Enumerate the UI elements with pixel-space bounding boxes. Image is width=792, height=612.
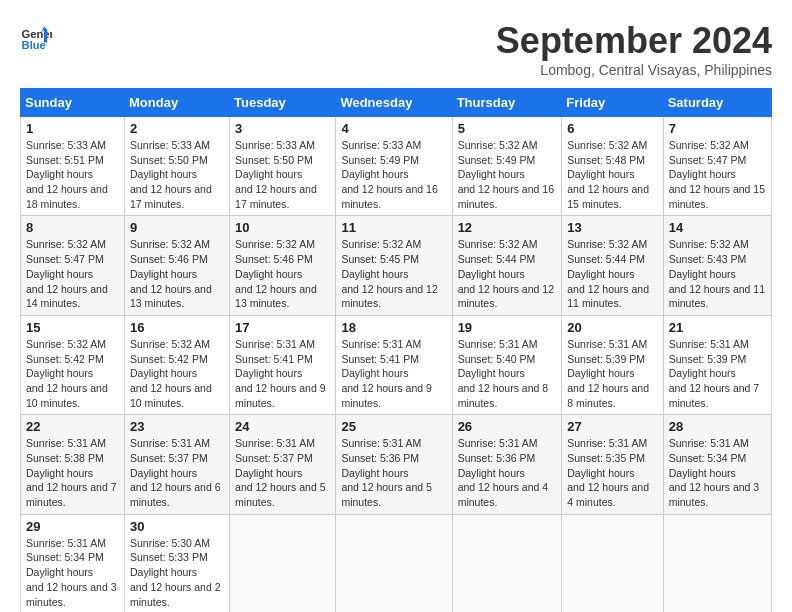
day-9: 9 Sunrise: 5:32 AMSunset: 5:46 PMDayligh… (125, 216, 230, 315)
title-block: September 2024 Lombog, Central Visayas, … (496, 20, 772, 78)
week-row-1: 1 Sunrise: 5:33 AMSunset: 5:51 PMDayligh… (21, 117, 772, 216)
day-number: 2 (130, 121, 224, 136)
day-info: Sunrise: 5:31 AMSunset: 5:36 PMDaylight … (341, 436, 446, 509)
day-info: Sunrise: 5:31 AMSunset: 5:37 PMDaylight … (130, 436, 224, 509)
week-row-2: 8 Sunrise: 5:32 AMSunset: 5:47 PMDayligh… (21, 216, 772, 315)
day-number: 22 (26, 419, 119, 434)
day-info: Sunrise: 5:32 AMSunset: 5:46 PMDaylight … (130, 237, 224, 310)
day-25: 25 Sunrise: 5:31 AMSunset: 5:36 PMDaylig… (336, 415, 452, 514)
day-number: 9 (130, 220, 224, 235)
week-row-4: 22 Sunrise: 5:31 AMSunset: 5:38 PMDaylig… (21, 415, 772, 514)
day-14: 14 Sunrise: 5:32 AMSunset: 5:43 PMDaylig… (663, 216, 771, 315)
day-number: 14 (669, 220, 766, 235)
day-info: Sunrise: 5:32 AMSunset: 5:42 PMDaylight … (26, 337, 119, 410)
day-number: 23 (130, 419, 224, 434)
logo-icon: General Blue (20, 20, 52, 52)
day-number: 19 (458, 320, 557, 335)
empty-cell (336, 514, 452, 612)
day-info: Sunrise: 5:32 AMSunset: 5:45 PMDaylight … (341, 237, 446, 310)
day-7: 7 Sunrise: 5:32 AMSunset: 5:47 PMDayligh… (663, 117, 771, 216)
day-info: Sunrise: 5:31 AMSunset: 5:39 PMDaylight … (567, 337, 657, 410)
day-info: Sunrise: 5:32 AMSunset: 5:44 PMDaylight … (567, 237, 657, 310)
day-info: Sunrise: 5:30 AMSunset: 5:33 PMDaylight … (130, 536, 224, 609)
day-15: 15 Sunrise: 5:32 AMSunset: 5:42 PMDaylig… (21, 315, 125, 414)
day-info: Sunrise: 5:32 AMSunset: 5:48 PMDaylight … (567, 138, 657, 211)
day-number: 27 (567, 419, 657, 434)
day-11: 11 Sunrise: 5:32 AMSunset: 5:45 PMDaylig… (336, 216, 452, 315)
col-saturday: Saturday (663, 89, 771, 117)
day-30: 30 Sunrise: 5:30 AMSunset: 5:33 PMDaylig… (125, 514, 230, 612)
day-3: 3 Sunrise: 5:33 AMSunset: 5:50 PMDayligh… (230, 117, 336, 216)
col-thursday: Thursday (452, 89, 562, 117)
col-monday: Monday (125, 89, 230, 117)
day-number: 8 (26, 220, 119, 235)
day-number: 10 (235, 220, 330, 235)
location: Lombog, Central Visayas, Philippines (496, 62, 772, 78)
day-number: 24 (235, 419, 330, 434)
day-8: 8 Sunrise: 5:32 AMSunset: 5:47 PMDayligh… (21, 216, 125, 315)
day-18: 18 Sunrise: 5:31 AMSunset: 5:41 PMDaylig… (336, 315, 452, 414)
day-number: 15 (26, 320, 119, 335)
day-19: 19 Sunrise: 5:31 AMSunset: 5:40 PMDaylig… (452, 315, 562, 414)
day-16: 16 Sunrise: 5:32 AMSunset: 5:42 PMDaylig… (125, 315, 230, 414)
empty-cell (230, 514, 336, 612)
day-info: Sunrise: 5:32 AMSunset: 5:42 PMDaylight … (130, 337, 224, 410)
day-number: 12 (458, 220, 557, 235)
day-number: 16 (130, 320, 224, 335)
header-row: Sunday Monday Tuesday Wednesday Thursday… (21, 89, 772, 117)
empty-cell (663, 514, 771, 612)
empty-cell (452, 514, 562, 612)
col-sunday: Sunday (21, 89, 125, 117)
day-info: Sunrise: 5:33 AMSunset: 5:51 PMDaylight … (26, 138, 119, 211)
day-22: 22 Sunrise: 5:31 AMSunset: 5:38 PMDaylig… (21, 415, 125, 514)
day-number: 3 (235, 121, 330, 136)
day-info: Sunrise: 5:32 AMSunset: 5:47 PMDaylight … (26, 237, 119, 310)
col-friday: Friday (562, 89, 663, 117)
day-21: 21 Sunrise: 5:31 AMSunset: 5:39 PMDaylig… (663, 315, 771, 414)
day-number: 21 (669, 320, 766, 335)
day-number: 26 (458, 419, 557, 434)
day-number: 4 (341, 121, 446, 136)
day-number: 1 (26, 121, 119, 136)
day-2: 2 Sunrise: 5:33 AMSunset: 5:50 PMDayligh… (125, 117, 230, 216)
day-1: 1 Sunrise: 5:33 AMSunset: 5:51 PMDayligh… (21, 117, 125, 216)
svg-text:General: General (22, 28, 52, 40)
day-28: 28 Sunrise: 5:31 AMSunset: 5:34 PMDaylig… (663, 415, 771, 514)
day-info: Sunrise: 5:33 AMSunset: 5:49 PMDaylight … (341, 138, 446, 211)
day-26: 26 Sunrise: 5:31 AMSunset: 5:36 PMDaylig… (452, 415, 562, 514)
day-24: 24 Sunrise: 5:31 AMSunset: 5:37 PMDaylig… (230, 415, 336, 514)
month-title: September 2024 (496, 20, 772, 62)
svg-text:Blue: Blue (22, 39, 46, 51)
calendar-table: Sunday Monday Tuesday Wednesday Thursday… (20, 88, 772, 612)
day-10: 10 Sunrise: 5:32 AMSunset: 5:46 PMDaylig… (230, 216, 336, 315)
day-info: Sunrise: 5:31 AMSunset: 5:36 PMDaylight … (458, 436, 557, 509)
day-info: Sunrise: 5:32 AMSunset: 5:47 PMDaylight … (669, 138, 766, 211)
day-number: 25 (341, 419, 446, 434)
day-5: 5 Sunrise: 5:32 AMSunset: 5:49 PMDayligh… (452, 117, 562, 216)
day-29: 29 Sunrise: 5:31 AMSunset: 5:34 PMDaylig… (21, 514, 125, 612)
day-4: 4 Sunrise: 5:33 AMSunset: 5:49 PMDayligh… (336, 117, 452, 216)
empty-cell (562, 514, 663, 612)
day-info: Sunrise: 5:31 AMSunset: 5:41 PMDaylight … (235, 337, 330, 410)
day-number: 17 (235, 320, 330, 335)
day-number: 28 (669, 419, 766, 434)
day-info: Sunrise: 5:32 AMSunset: 5:44 PMDaylight … (458, 237, 557, 310)
day-23: 23 Sunrise: 5:31 AMSunset: 5:37 PMDaylig… (125, 415, 230, 514)
day-info: Sunrise: 5:33 AMSunset: 5:50 PMDaylight … (130, 138, 224, 211)
col-tuesday: Tuesday (230, 89, 336, 117)
day-number: 20 (567, 320, 657, 335)
day-number: 5 (458, 121, 557, 136)
day-info: Sunrise: 5:32 AMSunset: 5:46 PMDaylight … (235, 237, 330, 310)
day-27: 27 Sunrise: 5:31 AMSunset: 5:35 PMDaylig… (562, 415, 663, 514)
week-row-5: 29 Sunrise: 5:31 AMSunset: 5:34 PMDaylig… (21, 514, 772, 612)
day-6: 6 Sunrise: 5:32 AMSunset: 5:48 PMDayligh… (562, 117, 663, 216)
day-13: 13 Sunrise: 5:32 AMSunset: 5:44 PMDaylig… (562, 216, 663, 315)
day-17: 17 Sunrise: 5:31 AMSunset: 5:41 PMDaylig… (230, 315, 336, 414)
day-info: Sunrise: 5:33 AMSunset: 5:50 PMDaylight … (235, 138, 330, 211)
day-info: Sunrise: 5:31 AMSunset: 5:34 PMDaylight … (26, 536, 119, 609)
day-info: Sunrise: 5:31 AMSunset: 5:41 PMDaylight … (341, 337, 446, 410)
day-12: 12 Sunrise: 5:32 AMSunset: 5:44 PMDaylig… (452, 216, 562, 315)
col-wednesday: Wednesday (336, 89, 452, 117)
day-info: Sunrise: 5:32 AMSunset: 5:43 PMDaylight … (669, 237, 766, 310)
day-info: Sunrise: 5:31 AMSunset: 5:37 PMDaylight … (235, 436, 330, 509)
